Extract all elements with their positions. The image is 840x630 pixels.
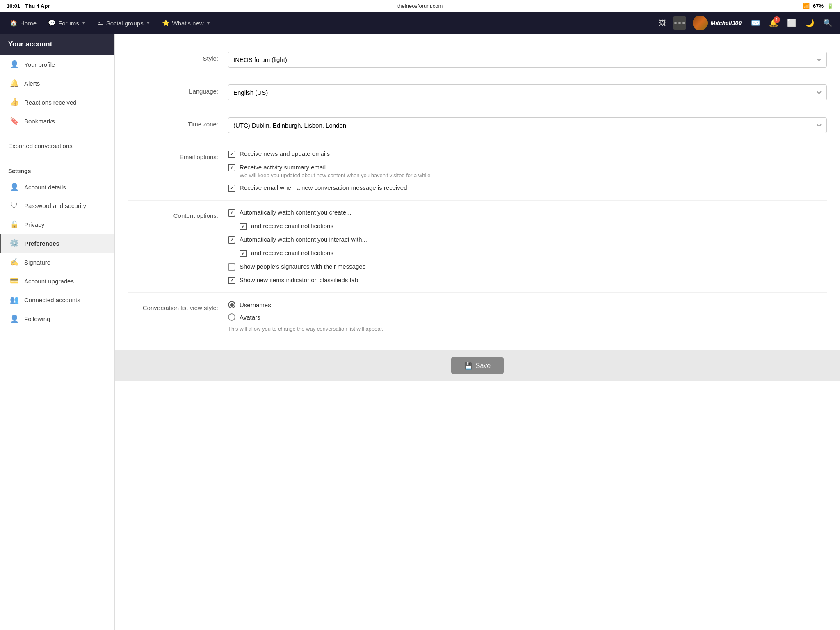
forums-chevron-icon: ▼ bbox=[82, 21, 86, 25]
email-opt-1: Receive news and update emails bbox=[228, 150, 827, 158]
exported-label: Exported conversations bbox=[8, 142, 73, 149]
content-opt-6-label: Show new items indicator on classifieds … bbox=[240, 276, 358, 283]
privacy-icon: 🔒 bbox=[9, 220, 19, 229]
messages-icon-btn[interactable]: ✉️ bbox=[748, 16, 763, 30]
timezone-label: Time zone: bbox=[128, 117, 218, 128]
save-button[interactable]: 💾 Save bbox=[451, 357, 504, 374]
alerts-label: Alerts bbox=[24, 80, 40, 87]
save-icon: 💾 bbox=[464, 362, 472, 370]
nav-forums[interactable]: 💬 Forums ▼ bbox=[43, 16, 91, 30]
email-opt-2-checkbox[interactable] bbox=[228, 164, 235, 171]
content-options-label: Content options: bbox=[128, 209, 218, 219]
conv-radio-2-label: Avatars bbox=[240, 314, 260, 321]
nav-home[interactable]: 🏠 Home bbox=[5, 16, 41, 30]
user-menu[interactable]: Mitchell300 bbox=[689, 14, 745, 32]
notification-badge: 1 bbox=[774, 16, 780, 23]
content-opt-2-label: and receive email notifications bbox=[251, 222, 333, 229]
social-chevron-icon: ▼ bbox=[146, 21, 151, 25]
conv-radio-1-input[interactable] bbox=[228, 301, 235, 308]
connected-icon: 👥 bbox=[9, 295, 19, 304]
avatar bbox=[693, 16, 708, 30]
top-nav: 🏠 Home 💬 Forums ▼ 🏷 Social groups ▼ ⭐ Wh… bbox=[0, 12, 840, 34]
sidebar-item-reactions[interactable]: 👍 Reactions received bbox=[0, 93, 114, 112]
signature-icon: ✍️ bbox=[9, 258, 19, 267]
email-opt-1-label: Receive news and update emails bbox=[240, 150, 330, 157]
content-opt-1-checkbox[interactable] bbox=[228, 209, 235, 217]
style-label: Style: bbox=[128, 52, 218, 62]
email-options-label: Email options: bbox=[128, 150, 218, 160]
sidebar-item-password[interactable]: 🛡 Password and security bbox=[0, 196, 114, 215]
conversation-style-control: Usernames Avatars This will allow you to… bbox=[228, 301, 827, 332]
bookmarks-label: Bookmarks bbox=[24, 118, 55, 125]
sidebar-item-account-details[interactable]: 👤 Account details bbox=[0, 178, 114, 196]
moon-icon-btn[interactable]: 🌙 bbox=[802, 16, 817, 30]
signature-label: Signature bbox=[24, 259, 50, 266]
sidebar-item-preferences[interactable]: ⚙️ Preferences bbox=[0, 234, 114, 253]
more-btn[interactable] bbox=[673, 16, 686, 30]
url: theineosforum.com bbox=[397, 3, 443, 9]
content-opt-1-label: Automatically watch content you create..… bbox=[240, 209, 352, 216]
content-opt-6-checkbox[interactable] bbox=[228, 277, 235, 284]
email-opt-3-label: Receive email when a new conversation me… bbox=[240, 184, 407, 191]
content-opt-2-checkbox[interactable] bbox=[240, 223, 247, 230]
sidebar-item-upgrades[interactable]: 💳 Account upgrades bbox=[0, 272, 114, 290]
forums-label: Forums bbox=[58, 20, 79, 27]
notifications-icon-btn[interactable]: 🔔 1 bbox=[766, 16, 781, 30]
alerts-icon: 🔔 bbox=[9, 79, 19, 88]
conversation-style-label: Conversation list view style: bbox=[128, 301, 218, 311]
conv-radio-1-label: Usernames bbox=[240, 301, 271, 308]
style-select[interactable]: INEOS forum (light) bbox=[228, 52, 827, 68]
sidebar-item-privacy[interactable]: 🔒 Privacy bbox=[0, 215, 114, 234]
account-details-icon: 👤 bbox=[9, 183, 19, 192]
search-icon-btn[interactable]: 🔍 bbox=[820, 16, 835, 30]
three-dots-icon bbox=[674, 22, 685, 24]
sidebar-item-signature[interactable]: ✍️ Signature bbox=[0, 253, 114, 272]
email-opt-2: Receive activity summary email We will k… bbox=[228, 164, 827, 178]
content-opt-3-label: Automatically watch content you interact… bbox=[240, 236, 367, 243]
language-control: English (US) bbox=[228, 84, 827, 100]
toggle-icon-btn[interactable]: ⬜ bbox=[784, 16, 799, 30]
content-opt-1: Automatically watch content you create..… bbox=[228, 209, 827, 217]
language-select[interactable]: English (US) bbox=[228, 84, 827, 100]
sidebar-item-alerts[interactable]: 🔔 Alerts bbox=[0, 74, 114, 93]
email-opt-3-checkbox[interactable] bbox=[228, 185, 235, 192]
sidebar-item-exported[interactable]: Exported conversations bbox=[0, 137, 114, 154]
preferences-form: Style: INEOS forum (light) Language: Eng… bbox=[115, 34, 840, 630]
sidebar-item-profile[interactable]: 👤 Your profile bbox=[0, 55, 114, 74]
upgrades-label: Account upgrades bbox=[24, 278, 74, 285]
divider-2 bbox=[0, 158, 114, 158]
bookmarks-icon: 🔖 bbox=[9, 116, 19, 126]
social-groups-label: Social groups bbox=[106, 20, 144, 27]
privacy-label: Privacy bbox=[24, 221, 44, 228]
language-label: Language: bbox=[128, 84, 218, 95]
content-opt-2: and receive email notifications bbox=[240, 222, 827, 230]
form-section: Style: INEOS forum (light) Language: Eng… bbox=[115, 34, 840, 350]
content-opt-4-label: and receive email notifications bbox=[251, 249, 333, 256]
battery: 67% bbox=[813, 3, 824, 9]
content-opt-4-checkbox[interactable] bbox=[240, 250, 247, 257]
content-options-control: Automatically watch content you create..… bbox=[228, 209, 827, 284]
star-icon: ⭐ bbox=[162, 19, 170, 27]
email-opt-2-desc: We will keep you updated about new conte… bbox=[240, 172, 432, 178]
email-options-row: Email options: Receive news and update e… bbox=[128, 142, 827, 201]
username: Mitchell300 bbox=[711, 20, 742, 26]
conv-radio-2: Avatars bbox=[228, 313, 827, 321]
sidebar-item-connected[interactable]: 👥 Connected accounts bbox=[0, 290, 114, 309]
home-label: Home bbox=[20, 20, 37, 27]
conv-radio-2-input[interactable] bbox=[228, 313, 235, 321]
timezone-select[interactable]: (UTC) Dublin, Edinburgh, Lisbon, London bbox=[228, 117, 827, 133]
nav-whats-new[interactable]: ⭐ What's new ▼ bbox=[157, 16, 216, 30]
media-icon-btn[interactable]: 🖼 bbox=[655, 16, 670, 30]
content-opt-3-checkbox[interactable] bbox=[228, 236, 235, 244]
reactions-icon: 👍 bbox=[9, 98, 19, 107]
style-row: Style: INEOS forum (light) bbox=[128, 43, 827, 76]
content-area: Style: INEOS forum (light) Language: Eng… bbox=[115, 34, 840, 630]
profile-icon: 👤 bbox=[9, 60, 19, 69]
sidebar-item-following[interactable]: 👤 Following bbox=[0, 309, 114, 328]
nav-social-groups[interactable]: 🏷 Social groups ▼ bbox=[93, 16, 155, 30]
sidebar-item-bookmarks[interactable]: 🔖 Bookmarks bbox=[0, 112, 114, 130]
connected-label: Connected accounts bbox=[24, 297, 80, 304]
email-opt-1-checkbox[interactable] bbox=[228, 151, 235, 158]
content-opt-5-checkbox[interactable] bbox=[228, 263, 235, 271]
following-label: Following bbox=[24, 315, 50, 322]
